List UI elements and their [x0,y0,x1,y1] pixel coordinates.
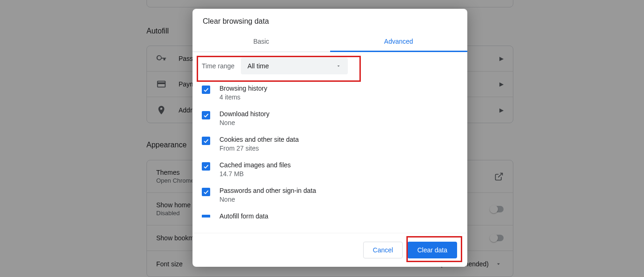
check-title: Cached images and files [219,161,291,169]
check-item-download[interactable]: Download history None [202,106,453,131]
check-title: Download history [219,110,269,118]
dialog-actions: Cancel Clear data [193,233,467,267]
tab-basic[interactable]: Basic [193,32,330,52]
dialog-body: Time range All time Browsing history 4 i… [193,52,467,233]
check-sub: From 27 sites [219,145,299,152]
check-title: Autofill form data [219,212,268,220]
clear-data-button[interactable]: Clear data [407,242,457,258]
check-item-cookies[interactable]: Cookies and other site data From 27 site… [202,131,453,157]
check-item-autofill-partial[interactable]: Autofill form data [202,208,453,224]
checkbox-icon[interactable] [202,111,210,119]
check-sub: 4 items [219,93,267,101]
checkbox-icon[interactable] [202,162,210,171]
clear-data-dialog: Clear browsing data Basic Advanced Time … [193,9,467,267]
check-item-cached[interactable]: Cached images and files 14.7 MB [202,157,453,182]
check-sub: None [219,119,269,126]
checkbox-icon-partial[interactable] [202,215,210,218]
dialog-tabs: Basic Advanced [193,32,467,52]
check-title: Browsing history [219,85,267,92]
checkbox-icon[interactable] [202,188,210,196]
dropdown-arrow-icon [336,63,341,69]
tab-advanced[interactable]: Advanced [330,32,468,52]
check-item-passwords[interactable]: Passwords and other sign-in data None [202,182,453,208]
check-sub: None [219,196,316,203]
timerange-label: Time range [202,62,234,70]
timerange-value: All time [247,62,269,70]
check-sub: 14.7 MB [219,170,291,178]
check-item-browsing[interactable]: Browsing history 4 items [202,80,453,106]
dialog-scroll[interactable]: Time range All time Browsing history 4 i… [193,52,463,233]
check-title: Passwords and other sign-in data [219,187,316,194]
checklist: Browsing history 4 items Download histor… [193,80,463,224]
cancel-button[interactable]: Cancel [363,242,403,258]
check-title: Cookies and other site data [219,136,299,143]
timerange-select[interactable]: All time [241,58,348,74]
checkbox-icon[interactable] [202,137,210,145]
dialog-title: Clear browsing data [193,9,467,32]
timerange-row: Time range All time [193,52,463,80]
checkbox-icon[interactable] [202,86,210,94]
